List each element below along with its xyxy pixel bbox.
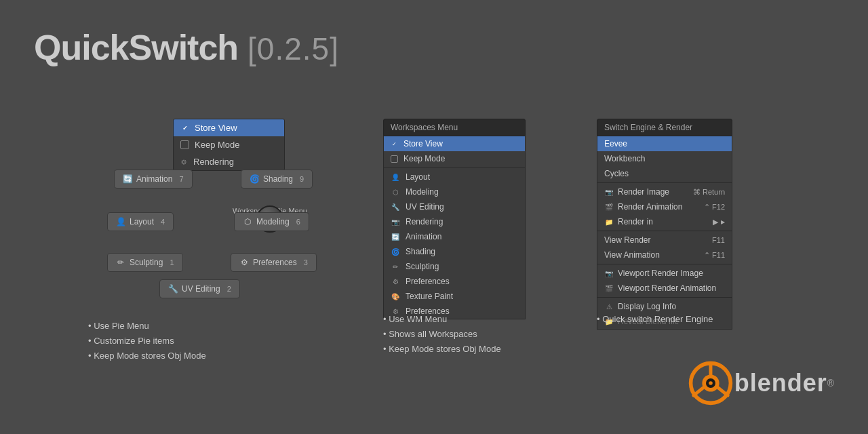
wm-modeling[interactable]: ⬡ Modeling [384,184,525,199]
se-workbench-label: Workbench [604,154,645,163]
pie-btn-animation-count: 7 [179,175,183,183]
pie-dropdown-label-store: Store View [195,123,237,133]
render-icon: ⛭ [180,158,188,166]
pie-btn-preferences[interactable]: ⚙ Preferences 3 [231,253,317,272]
shading-icon: 🌀 [250,174,259,184]
pie-dropdown: Store View Keep Mode ⛭ Rendering [173,119,285,171]
animation-icon: 🔄 [123,174,132,184]
wm-store-label: Store View [403,139,443,149]
se-render-image[interactable]: 📷 Render Image ⌘ Return [597,184,732,199]
sculpting-icon: ✏ [116,258,125,267]
wm-bullet-2: • Shows all Workspaces [383,327,501,342]
se-workbench[interactable]: Workbench [597,151,732,166]
wm-bullet-3: • Keep Mode stores Obj Mode [383,342,501,357]
render-anim-icon: 🎬 [604,202,614,212]
se-view-render[interactable]: View Render F11 [597,233,732,248]
se-eevee[interactable]: Eevee [597,136,732,151]
pie-btn-layout-label: Layout [130,217,154,226]
pie-btn-layout[interactable]: 👤 Layout 4 [107,212,174,231]
pie-btn-animation[interactable]: 🔄 Animation 7 [114,170,193,189]
wm-animation[interactable]: 🔄 Animation [384,229,525,244]
se-vp-render-anim[interactable]: 🎬 Viewport Render Animation [597,281,732,296]
pie-dropdown-keep-mode[interactable]: Keep Mode [174,136,284,153]
engine-bullets: • Quick switch Render Engine [597,312,713,327]
wm-store-view[interactable]: Store View [384,136,525,151]
app-title-version: [0.2.5] [248,31,339,67]
se-divider-4 [597,297,732,298]
pie-dropdown-rendering[interactable]: ⛭ Rendering [174,153,284,170]
render-in-icon: 📁 [604,217,614,226]
panel-workspaces: Workspaces Menu Store View Keep Mode 👤 L… [383,119,526,319]
pie-btn-sculpting-count: 1 [170,258,174,267]
wm-rendering-icon: 📷 [391,217,400,226]
pie-dropdown-label-render: Rendering [193,157,234,167]
blender-logo: blender® [687,359,834,407]
se-render-anim[interactable]: 🎬 Render Animation ⌃ F12 [597,199,732,214]
title-area: QuickSwitch [0.2.5] [34,27,339,68]
se-view-anim[interactable]: View Animation ⌃ F11 [597,248,732,262]
wm-uv-editing[interactable]: 🔧 UV Editing [384,199,525,214]
wm-texture-paint[interactable]: 🎨 Texture Paint [384,289,525,304]
uv-editing-icon: 🔧 [168,284,178,294]
wm-cb-store [391,140,398,148]
pie-btn-modeling-label: Modeling [256,217,290,226]
wm-texture-label: Texture Paint [406,292,453,301]
se-view-render-label: View Render [604,235,650,245]
wm-layout-label: Layout [406,172,430,182]
wm-keep-mode[interactable]: Keep Mode [384,151,525,166]
wm-shading-icon: 🌀 [391,247,400,256]
wm-header: Workspaces Menu [383,119,526,136]
wm-shading[interactable]: 🌀 Shading [384,244,525,259]
wm-animation-icon: 🔄 [391,232,400,241]
svg-line-6 [717,387,728,395]
pie-dropdown-store-view[interactable]: Store View [174,119,284,136]
pie-btn-shading[interactable]: 🌀 Shading 9 [241,170,313,189]
workspaces-bullets: • Use WM Menu • Shows all Workspaces • K… [383,312,501,357]
se-view-render-shortcut: F11 [712,236,725,244]
pie-bullet-1: • Use Pie Menu [88,319,206,334]
wm-sculpting-label: Sculpting [406,262,439,271]
checkbox-keep-mode [180,140,189,149]
se-vp-render-img[interactable]: 📷 Viewport Render Image [597,266,732,281]
pie-btn-uv-editing[interactable]: 🔧 UV Editing 2 [159,279,240,298]
pie-btn-uv-count: 2 [227,285,231,293]
se-vp-render-anim-label: Viewport Render Animation [618,283,716,293]
wm-sculpting[interactable]: ✏ Sculpting [384,259,525,274]
pie-bullet-2: • Customize Pie items [88,334,206,349]
se-render-in[interactable]: 📁 Render in ▶ [597,214,732,229]
wm-layout-icon: 👤 [391,172,400,182]
pie-btn-sculpting[interactable]: ✏ Sculpting 1 [107,253,183,272]
se-cycles[interactable]: Cycles [597,166,732,181]
se-header: Switch Engine & Render [597,119,732,136]
panel-engine: Switch Engine & Render Eevee Workbench C… [597,119,732,330]
pie-btn-modeling[interactable]: ⬡ Modeling 6 [234,212,309,231]
wm-pref1-label: Preferences [406,277,450,286]
wm-layout[interactable]: 👤 Layout [384,167,525,184]
blender-trademark: ® [827,378,834,389]
blender-orb-svg [687,359,734,407]
wm-rendering[interactable]: 📷 Rendering [384,214,525,229]
app-title-bold: QuickSwitch [34,27,238,68]
pie-btn-modeling-count: 6 [296,218,300,226]
se-render-in-arrow: ▶ [713,218,725,226]
wm-modeling-label: Modeling [406,187,439,197]
se-divider-3 [597,264,732,264]
se-vp-render-img-label: Viewport Render Image [618,269,703,278]
wm-cb-keep [391,155,398,163]
se-view-anim-shortcut: ⌃ F11 [704,251,725,260]
svg-point-3 [709,381,713,385]
se-view-anim-label: View Animation [604,250,660,260]
se-eevee-label: Eevee [604,139,627,149]
vp-render-anim-icon: 🎬 [604,283,614,293]
display-log-icon: ⚠ [604,302,614,311]
layout-icon: 👤 [116,217,125,226]
se-divider-2 [597,231,732,231]
wm-uv-label: UV Editing [406,202,444,212]
pie-btn-uv-editing-label: UV Editing [182,284,220,294]
pie-btn-preferences-count: 3 [304,258,308,267]
wm-shading-label: Shading [406,247,435,256]
pie-btn-shading-count: 9 [300,175,304,183]
wm-keep-label: Keep Mode [403,154,445,163]
wm-preferences-1[interactable]: ⚙ Preferences [384,274,525,289]
se-body: Eevee Workbench Cycles 📷 Render Image ⌘ … [597,136,732,330]
